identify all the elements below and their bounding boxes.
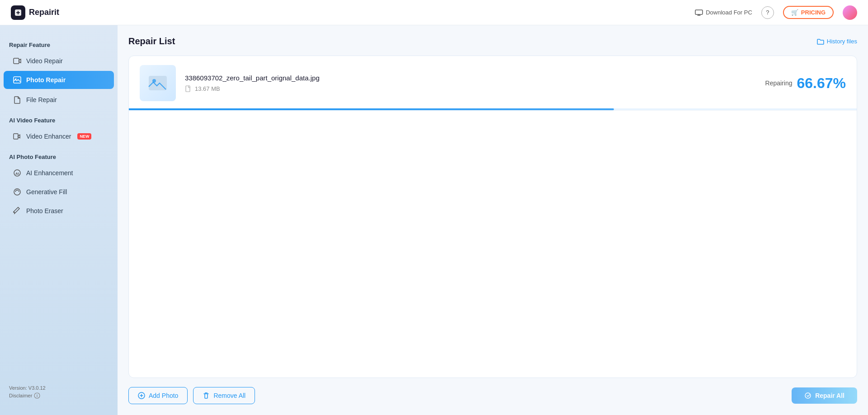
file-repair-label: File Repair (26, 96, 57, 103)
logo: Repairit (11, 5, 59, 20)
remove-all-button[interactable]: Remove All (193, 387, 255, 404)
repair-feature-label: Repair Feature (0, 38, 118, 51)
history-files-label: History files (827, 38, 857, 45)
content-header: Repair List History files (128, 36, 857, 47)
sidebar-item-photo-repair[interactable]: Photo Repair (4, 71, 114, 89)
svg-rect-1 (695, 10, 703, 14)
repairing-label: Repairing (765, 79, 793, 87)
photo-eraser-label: Photo Eraser (26, 207, 63, 214)
new-badge: NEW (77, 133, 91, 140)
photo-repair-label: Photo Repair (26, 76, 66, 84)
sidebar-item-ai-enhancement[interactable]: AI AI Enhancement (4, 164, 114, 182)
generative-fill-label: Generative Fill (26, 188, 67, 196)
sidebar-section-ai-video: AI Video Feature Video Enhancer NEW (0, 110, 118, 146)
disclaimer-link[interactable]: Disclaimer (9, 392, 108, 399)
file-repair-icon (13, 95, 22, 104)
repair-thumbnail (140, 65, 176, 101)
photo-repair-icon (13, 75, 22, 84)
video-enhancer-label: Video Enhancer (26, 133, 71, 140)
folder-icon (817, 38, 824, 45)
generative-fill-icon (13, 187, 22, 196)
repair-icon (804, 392, 811, 399)
repair-all-button[interactable]: Repair All (792, 387, 857, 404)
download-pc-button[interactable]: Download For PC (695, 9, 752, 16)
sidebar-section-file: File Repair (0, 90, 118, 110)
ai-photo-feature-label: AI Photo Feature (0, 150, 118, 163)
progress-bar-fill (129, 108, 614, 110)
sidebar-item-file-repair[interactable]: File Repair (4, 91, 114, 109)
svg-point-8 (14, 189, 20, 195)
cart-icon: 🛒 (791, 9, 798, 16)
repair-item: 3386093702_zero_tail_part_orignal_data.j… (129, 56, 857, 111)
version-text: Version: V3.0.12 (9, 385, 108, 391)
repair-info: 3386093702_zero_tail_part_orignal_data.j… (185, 74, 765, 93)
sidebar-section-ai-photo: AI Photo Feature AI AI Enhancement (0, 146, 118, 221)
header: Repairit Download For PC ? 🛒 PRICING (0, 0, 868, 25)
repair-percent: 66.67% (797, 75, 846, 92)
sidebar: Repair Feature Video Repair (0, 25, 118, 415)
ai-video-feature-label: AI Video Feature (0, 113, 118, 126)
pricing-button[interactable]: 🛒 PRICING (783, 6, 834, 19)
progress-bar-container (129, 108, 857, 110)
main-layout: Repair Feature Video Repair (0, 25, 868, 415)
sidebar-footer: Version: V3.0.12 Disclaimer (0, 378, 118, 406)
repair-list: 3386093702_zero_tail_part_orignal_data.j… (128, 56, 857, 378)
ai-enhancement-icon: AI (13, 168, 22, 177)
add-icon (138, 392, 145, 399)
sidebar-item-video-repair[interactable]: Video Repair (4, 52, 114, 70)
trash-icon (203, 392, 210, 399)
file-size-icon (185, 85, 192, 93)
content-area: Repair List History files 3386093 (118, 25, 868, 415)
sidebar-item-generative-fill[interactable]: Generative Fill (4, 183, 114, 201)
logo-text: Repairit (29, 8, 59, 17)
video-enhancer-icon (13, 132, 22, 141)
svg-text:AI: AI (15, 172, 19, 176)
video-repair-label: Video Repair (26, 57, 63, 65)
info-icon (34, 392, 40, 399)
monitor-icon (695, 9, 703, 16)
repair-status: Repairing 66.67% (765, 75, 846, 92)
help-button[interactable]: ? (761, 6, 774, 19)
avatar[interactable] (843, 5, 857, 20)
sidebar-item-photo-eraser[interactable]: Photo Eraser (4, 202, 114, 220)
sidebar-section-repair: Repair Feature Video Repair (0, 34, 118, 90)
repair-filename: 3386093702_zero_tail_part_orignal_data.j… (185, 74, 765, 82)
header-actions: Download For PC ? 🛒 PRICING (695, 5, 857, 20)
svg-rect-2 (14, 58, 19, 64)
history-files-link[interactable]: History files (817, 38, 857, 45)
photo-eraser-icon (13, 206, 22, 215)
photo-thumbnail-icon (148, 74, 168, 92)
add-photo-button[interactable]: Add Photo (128, 387, 188, 404)
bottom-toolbar: Add Photo Remove All Repair All (128, 378, 857, 404)
video-repair-icon (13, 56, 22, 65)
logo-icon (11, 5, 25, 20)
svg-rect-12 (186, 86, 190, 92)
page-title: Repair List (128, 36, 175, 47)
ai-enhancement-label: AI Enhancement (26, 169, 73, 177)
repair-filesize: 13.67 MB (185, 85, 765, 93)
sidebar-item-video-enhancer[interactable]: Video Enhancer NEW (4, 127, 114, 145)
toolbar-left: Add Photo Remove All (128, 387, 255, 404)
svg-rect-5 (14, 134, 18, 139)
